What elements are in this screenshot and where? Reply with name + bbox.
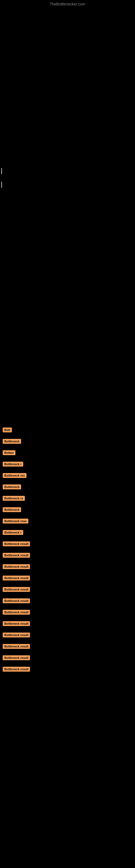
page-wrapper: TheBottlenecker.com Bott Bottleneck Bott… xyxy=(0,0,135,687)
bottleneck-badge-1[interactable]: Bott xyxy=(3,428,12,432)
header: TheBottlenecker.com xyxy=(0,0,135,8)
bottleneck-badge-4[interactable]: Bottleneck r xyxy=(3,462,23,467)
result-item-17: Bottleneck result xyxy=(0,608,135,617)
bottleneck-badge-21[interactable]: Bottleneck result xyxy=(3,655,30,660)
bottleneck-badge-8[interactable]: Bottleneck xyxy=(3,507,21,512)
result-item-21: Bottleneck result xyxy=(0,654,135,663)
result-item-5: Bottleneck res xyxy=(0,471,135,480)
bottleneck-badge-19[interactable]: Bottleneck result xyxy=(3,632,30,638)
bottleneck-badge-3[interactable]: Botten xyxy=(3,450,15,455)
bottleneck-badge-7[interactable]: Bottleneck re xyxy=(3,496,25,501)
bottleneck-badge-12[interactable]: Bottleneck result xyxy=(3,553,30,558)
bottleneck-badge-5[interactable]: Bottleneck res xyxy=(3,473,27,478)
result-item-20: Bottleneck result xyxy=(0,642,135,652)
cursor-1 xyxy=(1,168,2,174)
bottleneck-badge-15[interactable]: Bottleneck result xyxy=(3,587,30,592)
bottleneck-badge-22[interactable]: Bottleneck result xyxy=(3,667,30,672)
result-item-16: Bottleneck result xyxy=(0,597,135,606)
result-item-8: Bottleneck xyxy=(0,506,135,515)
result-item-1: Bott xyxy=(0,426,135,435)
result-item-13: Bottleneck result xyxy=(0,563,135,572)
result-item-10: Bottleneck r xyxy=(0,528,135,538)
bottleneck-badge-16[interactable]: Bottleneck result xyxy=(3,598,30,603)
main-black-area xyxy=(0,8,135,426)
results-section: Bott Bottleneck Botten Bottleneck r Bott… xyxy=(0,426,135,687)
result-item-9: Bottleneck resu xyxy=(0,517,135,526)
site-title: TheBottlenecker.com xyxy=(50,0,85,8)
result-item-6: Bottleneck xyxy=(0,483,135,492)
bottleneck-badge-14[interactable]: Bottleneck result xyxy=(3,576,30,581)
result-item-18: Bottleneck result xyxy=(0,620,135,629)
bottleneck-badge-20[interactable]: Bottleneck result xyxy=(3,644,30,649)
cursor-2 xyxy=(1,182,2,188)
bottleneck-badge-18[interactable]: Bottleneck result xyxy=(3,621,30,626)
bottleneck-badge-17[interactable]: Bottleneck result xyxy=(3,610,30,615)
bottleneck-badge-10[interactable]: Bottleneck r xyxy=(3,530,23,535)
bottleneck-badge-9[interactable]: Bottleneck resu xyxy=(3,519,28,524)
result-item-22: Bottleneck result xyxy=(0,665,135,674)
result-item-3: Botten xyxy=(0,448,135,458)
result-item-15: Bottleneck result xyxy=(0,585,135,595)
bottleneck-badge-6[interactable]: Bottleneck xyxy=(3,485,21,489)
result-item-12: Bottleneck result xyxy=(0,551,135,560)
result-item-4: Bottleneck r xyxy=(0,460,135,469)
result-item-11: Bottleneck result xyxy=(0,540,135,549)
result-item-14: Bottleneck result xyxy=(0,574,135,583)
bottleneck-badge-13[interactable]: Bottleneck result xyxy=(3,564,30,569)
bottleneck-badge-2[interactable]: Bottleneck xyxy=(3,439,21,444)
result-item-19: Bottleneck result xyxy=(0,631,135,640)
result-item-2: Bottleneck xyxy=(0,437,135,446)
bottleneck-badge-11[interactable]: Bottleneck result xyxy=(3,541,30,546)
result-item-7: Bottleneck re xyxy=(0,494,135,503)
